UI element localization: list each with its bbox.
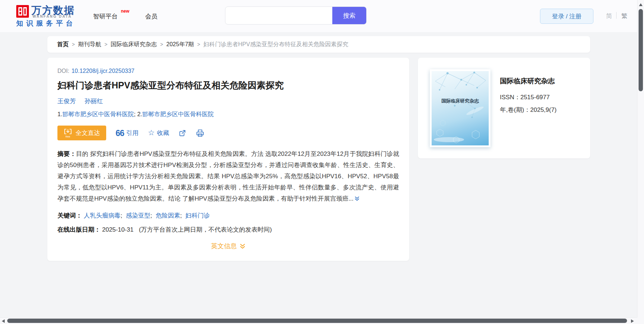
- header: 万方数据 WANFANG DATA 知识服务平台 智研平台 new 会员 搜索 …: [0, 0, 644, 32]
- author-list: 王俊芳 孙丽红: [57, 97, 399, 105]
- breadcrumb-separator: >: [197, 41, 200, 47]
- keyword-separator: ;: [150, 212, 152, 219]
- volume-label: 年,卷(期)：: [500, 106, 530, 113]
- new-badge: new: [121, 9, 129, 14]
- double-chevron-down-icon: [239, 243, 246, 249]
- vertical-scrollbar[interactable]: [637, 0, 644, 318]
- scrollbar-corner: [637, 318, 644, 324]
- doi-label: DOI:: [57, 68, 69, 74]
- wanfang-logo-icon: [16, 5, 29, 18]
- article-card: DOI:10.12208/j.ijcr.20250337 妇科门诊患者HPV感染…: [47, 58, 409, 261]
- keyword-separator: ;: [180, 212, 182, 219]
- breadcrumb-separator: >: [72, 41, 75, 47]
- favorite-button[interactable]: ☆ 收藏: [148, 129, 169, 137]
- wanfang-logo[interactable]: 万方数据 WANFANG DATA 知识服务平台: [16, 4, 88, 29]
- affiliation-link[interactable]: 邯郸市肥乡区中医骨科医院: [142, 111, 214, 117]
- affiliation-list: 1.邯郸市肥乡区中医骨科医院; 2.邯郸市肥乡区中医骨科医院: [57, 110, 399, 118]
- page: 万方数据 WANFANG DATA 知识服务平台 智研平台 new 会员 搜索 …: [0, 0, 644, 324]
- english-info-label: 英文信息: [211, 242, 237, 250]
- keyword-link[interactable]: 感染亚型: [126, 212, 150, 219]
- vertical-scrollbar-thumb[interactable]: [639, 9, 643, 91]
- favorite-label: 收藏: [157, 129, 169, 137]
- print-button[interactable]: [196, 129, 204, 137]
- journal-issn-row: ISSN：2515-6977: [500, 93, 550, 101]
- action-bar: free 全文直达 66 引用 ☆ 收藏: [57, 126, 399, 140]
- scroll-right-arrow-icon[interactable]: [631, 319, 634, 323]
- scroll-left-arrow-icon[interactable]: [2, 319, 5, 323]
- lang-simplified[interactable]: 简: [606, 12, 612, 20]
- nav-member[interactable]: 会员: [145, 12, 157, 21]
- breadcrumb-issue[interactable]: 2025年7期: [167, 41, 194, 48]
- breadcrumb-home[interactable]: 首页: [57, 41, 69, 48]
- abstract-label: 摘要：: [57, 150, 76, 157]
- scroll-up-arrow-icon[interactable]: [639, 3, 643, 6]
- volume-value: 2025,9(7): [530, 106, 557, 113]
- svg-text:free: free: [66, 135, 70, 138]
- fulltext-button[interactable]: free 全文直达: [57, 126, 106, 140]
- horizontal-scrollbar-thumb[interactable]: [7, 319, 627, 323]
- doi-link[interactable]: 10.12208/j.ijcr.20250337: [72, 68, 134, 74]
- english-info-toggle[interactable]: 英文信息: [57, 242, 399, 250]
- journal-card: 国际临床研究杂志 国际临床研究杂志 ISSN：2515-6977 年,卷(期)：…: [418, 58, 590, 158]
- breadcrumb-current: 妇科门诊患者HPV感染亚型分布特征及相关危险因素探究: [203, 41, 348, 48]
- double-chevron-down-icon: [354, 196, 360, 201]
- affiliation-link[interactable]: 邯郸市肥乡区中医骨科医院: [62, 111, 134, 117]
- keyword-separator: ;: [121, 212, 122, 219]
- keyword-link[interactable]: 妇科门诊: [185, 212, 210, 219]
- quote-icon: 66: [116, 129, 124, 137]
- online-date-note: (万方平台首次上网日期，不代表论文的发表时间): [139, 226, 272, 233]
- journal-volume-row: 年,卷(期)：2025,9(7): [500, 106, 557, 114]
- breadcrumb-separator: >: [160, 41, 163, 47]
- search-bar: 搜索: [225, 6, 367, 25]
- author-link[interactable]: 孙丽红: [85, 97, 103, 105]
- nav-zhiyan-platform[interactable]: 智研平台 new: [93, 12, 118, 21]
- keyword-link[interactable]: 人乳头瘤病毒: [84, 212, 121, 219]
- journal-cover-art: [432, 71, 489, 145]
- journal-name[interactable]: 国际临床研究杂志: [500, 76, 555, 86]
- doi-row: DOI:10.12208/j.ijcr.20250337: [57, 68, 399, 74]
- online-date-label: 在线出版日期：: [57, 226, 100, 233]
- search-input[interactable]: [225, 7, 332, 24]
- journal-cover[interactable]: 国际临床研究杂志: [430, 69, 490, 147]
- issn-label: ISSN：: [500, 94, 520, 101]
- share-icon: [178, 129, 186, 137]
- cite-button[interactable]: 66 引用: [116, 129, 139, 137]
- search-button[interactable]: 搜索: [332, 7, 366, 24]
- article-title: 妇科门诊患者HPV感染亚型分布特征及相关危险因素探究: [57, 79, 399, 91]
- print-icon: [196, 129, 204, 137]
- journal-cover-title: 国际临床研究杂志: [432, 98, 489, 104]
- author-link[interactable]: 王俊芳: [57, 97, 76, 105]
- breadcrumb-journal-nav[interactable]: 期刊导航: [78, 41, 101, 48]
- breadcrumb-separator: >: [104, 41, 107, 47]
- brand-name-en: WANFANG DATA: [33, 14, 72, 18]
- horizontal-scrollbar[interactable]: [0, 318, 644, 324]
- breadcrumb-journal[interactable]: 国际临床研究杂志: [111, 41, 157, 48]
- breadcrumb: 首页 > 期刊导航 > 国际临床研究杂志 > 2025年7期 > 妇科门诊患者H…: [47, 36, 590, 53]
- fulltext-download-icon: free: [64, 128, 72, 138]
- affiliation-no: 2.: [137, 111, 142, 117]
- fulltext-label: 全文直达: [75, 129, 100, 137]
- cite-label: 引用: [126, 129, 139, 137]
- affiliation-no: 1.: [57, 111, 62, 117]
- login-register-button[interactable]: 登录 / 注册: [540, 9, 593, 24]
- online-date-value: 2025-10-31: [102, 226, 134, 233]
- abstract-text: 目的 探究妇科门诊患者HPV感染亚型分布特征及相关危险因素。方法 选取2022年…: [57, 150, 399, 202]
- keywords-label: 关键词：: [57, 212, 82, 219]
- affiliation-separator: ;: [134, 111, 137, 117]
- keyword-link[interactable]: 危险因素: [156, 212, 180, 219]
- lang-traditional[interactable]: 繁: [621, 12, 627, 20]
- online-publish-row: 在线出版日期： 2025-10-31 (万方平台首次上网日期，不代表论文的发表时…: [57, 226, 399, 234]
- keywords-row: 关键词： 人乳头瘤病毒; 感染亚型; 危险因素; 妇科门诊: [57, 211, 399, 220]
- star-icon: ☆: [148, 129, 155, 136]
- brand-tagline: 知识服务平台: [16, 19, 76, 28]
- issn-value: 2515-6977: [520, 94, 550, 101]
- abstract: 摘要：目的 探究妇科门诊患者HPV感染亚型分布特征及相关危险因素。方法 选取20…: [57, 148, 399, 205]
- expand-abstract-button[interactable]: [354, 194, 360, 205]
- share-button[interactable]: [178, 129, 186, 137]
- lang-divider: [616, 12, 617, 19]
